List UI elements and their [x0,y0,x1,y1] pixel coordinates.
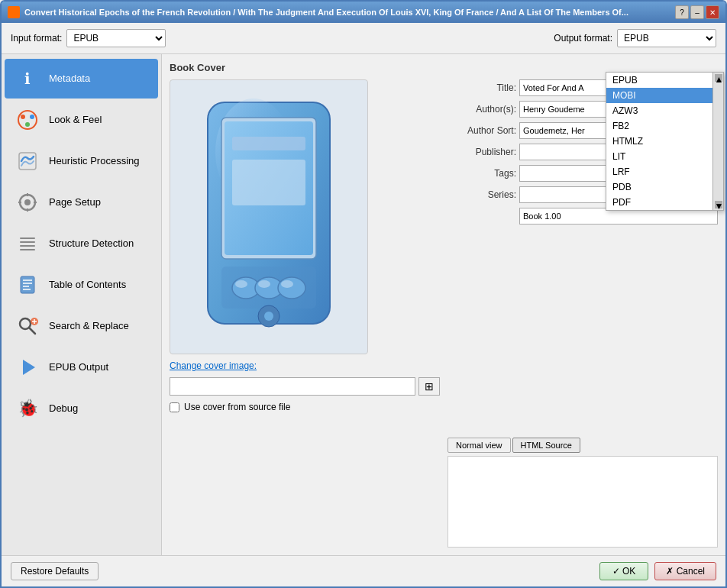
metadata-icon: ℹ [14,65,41,92]
dropdown-option-pdb[interactable]: PDB [606,179,712,195]
svg-rect-11 [20,237,35,239]
dropdown-option-htmlz[interactable]: HTMLZ [606,134,712,149]
scroll-down-button[interactable]: ▼ [715,201,722,208]
sidebar-item-metadata[interactable]: ℹ Metadata [5,59,158,99]
sidebar-label-page-setup: Page Setup [49,196,101,209]
window-title: Convert Historical Epochs of the French … [24,8,628,17]
sidebar-label-metadata: Metadata [49,73,90,86]
sidebar-item-epub-output[interactable]: EPUB Output [5,347,158,387]
look-feel-icon [14,106,41,134]
scroll-up-button[interactable]: ▲ [715,74,722,82]
sidebar-label-search-replace: Search & Replace [49,320,129,333]
sidebar: ℹ Metadata Look & Feel [2,54,162,555]
restore-defaults-button[interactable]: Restore Defaults [11,562,99,580]
svg-rect-15 [21,276,34,293]
dropdown-option-epub[interactable]: EPUB [606,73,712,88]
structure-icon [14,230,41,257]
main-window: Convert Historical Epochs of the French … [0,0,727,588]
output-format-dropdown: EPUB MOBI AZW3 FB2 HTMLZ LIT LRF PDB PDF [606,72,724,211]
debug-icon: 🐞 [14,395,41,422]
sidebar-label-heuristic: Heuristic Processing [49,155,140,168]
change-cover-link[interactable]: Change cover image: [170,360,440,371]
svg-point-37 [258,280,270,288]
input-format-group: Input format: EPUB [11,29,166,47]
output-format-group: Output format: EPUB [554,29,716,47]
sidebar-item-page-setup[interactable]: Page Setup [5,183,158,222]
svg-marker-25 [23,360,35,375]
sidebar-label-look-feel: Look & Feel [49,114,102,127]
html-source-area[interactable] [448,456,718,548]
use-cover-checkbox-row: Use cover from source file [170,402,440,412]
dropdown-option-pdf[interactable]: PDF [606,195,712,210]
svg-point-3 [25,122,30,127]
input-format-label: Input format: [11,33,62,44]
cancel-button[interactable]: ✗ Cancel [654,562,716,580]
svg-rect-13 [20,245,35,247]
view-section: Normal view HTML Source [448,435,718,548]
svg-rect-31 [232,160,305,205]
title-field-label: Title: [448,82,516,93]
sidebar-label-structure: Structure Detection [49,237,134,250]
search-replace-icon [14,312,41,340]
sidebar-item-toc[interactable]: Table of Contents [5,265,158,305]
svg-rect-30 [232,137,305,150]
heuristic-icon [14,147,41,175]
format-bar: Input format: EPUB Output format: EPUB [2,23,725,54]
use-cover-label: Use cover from source file [184,402,290,412]
bottom-bar: Restore Defaults ✓ OK ✗ Cancel [2,555,725,586]
close-button[interactable]: ✕ [706,5,719,19]
svg-point-2 [30,115,34,119]
html-source-button[interactable]: HTML Source [512,438,580,453]
dropdown-scrollbar: ▲ ▼ [712,73,723,210]
svg-point-36 [235,280,247,288]
dropdown-option-fb2[interactable]: FB2 [606,118,712,134]
sidebar-item-search-replace[interactable]: Search & Replace [5,306,158,346]
title-bar: Convert Historical Epochs of the French … [2,2,725,23]
book-cover-image [192,91,345,343]
sidebar-item-structure[interactable]: Structure Detection [5,224,158,263]
use-cover-checkbox[interactable] [170,402,179,412]
right-panel: Title: Author(s): Author Sort: [448,79,718,548]
app-icon [8,6,20,18]
page-setup-icon [14,189,41,216]
sidebar-item-look-feel[interactable]: Look & Feel [5,100,158,140]
cover-and-fields: Change cover image: ⊞ Use cover from sou… [170,79,718,548]
ok-button[interactable]: ✓ OK [599,562,649,580]
dropdown-option-mobi[interactable]: MOBI [606,88,712,103]
output-format-select[interactable]: EPUB [617,29,716,47]
action-buttons: ✓ OK ✗ Cancel [599,562,716,580]
authors-field-label: Author(s): [448,104,516,115]
cover-input-row: ⊞ [170,377,440,396]
author-sort-label: Author Sort: [448,125,516,136]
sidebar-label-debug: Debug [49,402,78,415]
svg-point-38 [281,280,293,288]
title-bar-left: Convert Historical Epochs of the French … [8,6,675,18]
browse-button[interactable]: ⊞ [418,377,440,396]
dropdown-option-azw3[interactable]: AZW3 [606,103,712,118]
output-format-label: Output format: [554,33,612,44]
svg-rect-12 [20,241,35,243]
sidebar-item-heuristic[interactable]: Heuristic Processing [5,141,158,181]
sidebar-label-epub-output: EPUB Output [49,361,108,374]
svg-line-21 [29,328,35,334]
tags-label: Tags: [448,168,516,179]
dropdown-option-lit[interactable]: LIT [606,149,712,164]
input-format-select[interactable]: EPUB [66,29,166,47]
cover-frame [170,79,368,354]
main-content: ℹ Metadata Look & Feel [2,54,725,555]
cover-image-area: Change cover image: ⊞ Use cover from sou… [170,79,440,548]
toc-icon [14,271,41,299]
cover-path-input[interactable] [170,377,415,396]
svg-rect-14 [20,249,35,250]
content-area: Book Cover [162,54,725,555]
dropdown-option-lrf[interactable]: LRF [606,164,712,179]
svg-point-1 [21,115,25,119]
help-button[interactable]: ? [675,5,689,19]
sidebar-item-debug[interactable]: 🐞 Debug [5,389,158,428]
normal-view-button[interactable]: Normal view [448,438,511,453]
svg-point-6 [24,199,31,205]
minimize-button[interactable]: – [690,5,704,19]
dropdown-list: EPUB MOBI AZW3 FB2 HTMLZ LIT LRF PDB PDF [606,73,712,210]
book-cover-section: Book Cover [170,62,718,548]
view-buttons: Normal view HTML Source [448,438,718,453]
